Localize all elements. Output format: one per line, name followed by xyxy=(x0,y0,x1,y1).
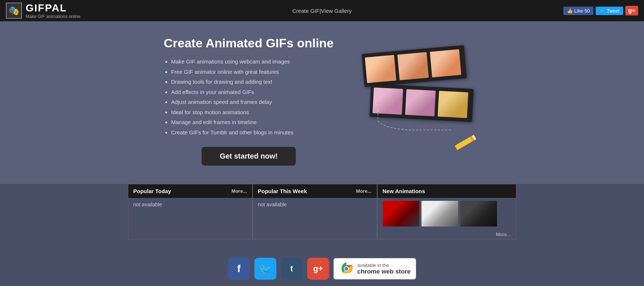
tumblr-social-icon[interactable]: t xyxy=(281,258,303,280)
logo-area: 🎭 GIFPAL Make GIF animations online xyxy=(6,2,80,19)
hero-feature-item: Manage and edit frames in timeline xyxy=(171,118,334,127)
googleplus-social-icon[interactable]: g+ xyxy=(307,258,329,280)
facebook-social-icon[interactable]: f xyxy=(228,258,250,280)
chrome-logo-icon xyxy=(339,261,354,276)
hero-feature-item: Drawing tools for drawing and adding tex… xyxy=(171,78,334,86)
new-animations-header: New Animations xyxy=(378,184,516,198)
social-buttons: 👍 Like 50 🐦 Tweet g+ xyxy=(563,6,638,15)
fb-like-count: 50 xyxy=(585,8,590,14)
chrome-text-bottom: chrome web store xyxy=(357,268,411,275)
new-animations-more-area: More... xyxy=(378,229,516,239)
popular-week-status: not available xyxy=(258,202,287,207)
pencil-icon xyxy=(455,134,476,150)
new-animations-title: New Animations xyxy=(383,188,425,194)
new-animations-more-link[interactable]: More... xyxy=(496,232,511,237)
hero-features-list: Make GIF animations using webcam and ima… xyxy=(164,58,334,137)
hero-feature-item: Make GIF animations using webcam and ima… xyxy=(171,58,334,66)
sections-inner: Popular Today More... not available Popu… xyxy=(66,184,579,239)
film-strip-top xyxy=(362,45,467,87)
popular-today-status: not available xyxy=(133,202,162,207)
fb-thumb-icon: 👍 xyxy=(567,8,573,14)
animation-thumbnail-3[interactable] xyxy=(460,201,497,227)
chrome-webstore-badge[interactable]: available in the chrome web store xyxy=(334,258,416,279)
googleplus-button[interactable]: g+ xyxy=(625,6,638,15)
popular-week-title: Popular This Week xyxy=(258,188,307,194)
film-cell xyxy=(397,52,429,80)
get-started-button[interactable]: Get started now! xyxy=(202,147,296,166)
new-animations-thumbnails xyxy=(378,198,516,229)
gp-label: g+ xyxy=(628,7,635,14)
hero-feature-item: Adjust animation speed and frames delay xyxy=(171,98,334,106)
popular-week-more-link[interactable]: More... xyxy=(356,188,372,194)
tw-label: Tweet xyxy=(607,8,619,14)
site-header: 🎭 GIFPAL Make GIF animations online Crea… xyxy=(0,0,644,21)
hero-feature-item: Add effects in your animated GIFs xyxy=(171,88,334,97)
popular-today-body: not available xyxy=(128,198,252,227)
logo-icon: 🎭 xyxy=(6,3,22,19)
logo-title: GIFPAL xyxy=(26,2,80,14)
facebook-like-button[interactable]: 👍 Like 50 xyxy=(563,7,593,15)
footer-social: f 🐦 t g+ available in the chrome web sto… xyxy=(0,250,644,286)
twitter-bird-icon: 🐦 xyxy=(599,8,605,14)
hero-section: Create Animated GIFs online Make GIF ani… xyxy=(0,21,644,184)
twitter-social-icon[interactable]: 🐦 xyxy=(254,258,276,280)
chrome-text-area: available in the chrome web store xyxy=(357,263,411,275)
hero-content: Create Animated GIFs online Make GIF ani… xyxy=(164,36,334,166)
new-animations-section: New Animations More... xyxy=(377,184,516,239)
hero-feature-item: Create GIFs for Tumblr and other blogs i… xyxy=(171,128,334,137)
chrome-text-top: available in the xyxy=(357,263,411,268)
popular-week-header: Popular This Week More... xyxy=(253,184,377,198)
popular-today-title: Popular Today xyxy=(133,188,171,194)
logo-text-area: GIFPAL Make GIF animations online xyxy=(26,2,80,19)
hero-title: Create Animated GIFs online xyxy=(164,36,334,50)
film-cell xyxy=(365,55,397,83)
popular-week-section: Popular This Week More... not available xyxy=(253,184,377,239)
logo-subtitle: Make GIF animations online xyxy=(26,14,80,19)
fb-like-label: Like xyxy=(574,8,583,14)
nav-create-gif[interactable]: Create GIF xyxy=(292,8,319,14)
hero-image xyxy=(356,50,480,152)
animation-thumbnail-1[interactable] xyxy=(383,201,419,227)
animation-thumbnail-2[interactable] xyxy=(422,201,458,227)
draw-path-decoration xyxy=(378,108,451,130)
sections-area: Popular Today More... not available Popu… xyxy=(0,184,644,250)
hero-feature-item: Free GIF animator online with great feat… xyxy=(171,68,334,76)
hero-feature-item: Ideal for stop motion animations xyxy=(171,108,334,117)
film-cell xyxy=(430,49,461,77)
popular-week-body: not available xyxy=(253,198,377,227)
twitter-tweet-button[interactable]: 🐦 Tweet xyxy=(596,7,623,15)
popular-today-more-link[interactable]: More... xyxy=(232,188,247,194)
nav-links: Create GIF | View Gallery xyxy=(292,8,352,14)
nav-view-gallery[interactable]: View Gallery xyxy=(321,8,352,14)
popular-today-section: Popular Today More... not available xyxy=(128,184,253,239)
svg-point-3 xyxy=(345,267,348,271)
popular-today-header: Popular Today More... xyxy=(128,184,252,198)
